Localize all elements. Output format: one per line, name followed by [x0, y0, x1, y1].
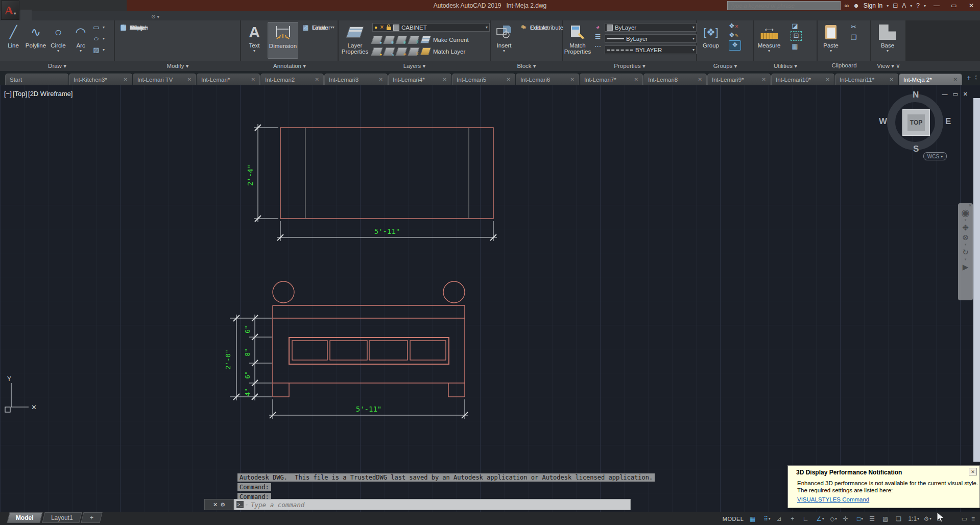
linetype-select[interactable]: BYLAYER ▾ — [605, 45, 697, 54]
file-tab[interactable]: Int-Lemari4* ✕ — [388, 74, 451, 85]
close-tab-icon[interactable]: ✕ — [187, 77, 192, 82]
select-similar-icon[interactable]: ⊡ — [791, 31, 802, 41]
make-current-icon[interactable] — [420, 36, 432, 43]
quick-select-icon[interactable]: ◪ — [791, 22, 799, 30]
clean-screen-icon[interactable]: ▭ — [962, 515, 967, 522]
workspace-switch-icon[interactable]: ⚙ ▾ — [922, 514, 934, 523]
wcs-button[interactable]: WCS ▾ — [923, 152, 947, 160]
tab-overflow-icon[interactable]: ⌄⌃ — [974, 73, 978, 83]
new-tab-button[interactable]: + — [967, 74, 971, 82]
annotation-scale-button[interactable]: 1:1 ▾ — [907, 514, 920, 523]
restore-window-icon[interactable]: ▭ — [947, 2, 961, 9]
file-tab[interactable]: Int-Lemari11* ✕ — [835, 74, 898, 85]
utilities-panel-label[interactable]: Utilities ▾ — [754, 62, 817, 69]
layer-unlock-small-icon[interactable]: ⚿ — [408, 47, 419, 56]
vertical-scrollbar[interactable] — [973, 98, 980, 462]
rectangle-button[interactable]: ▭ ▾ — [92, 22, 105, 32]
model-tab[interactable]: Model — [7, 512, 42, 523]
lineweight-icon[interactable]: ☰ ▾ — [867, 514, 879, 523]
layer-on-icon[interactable]: ● — [371, 47, 383, 56]
object-color-select[interactable]: ByLayer ▾ — [605, 23, 697, 32]
showmotion-icon[interactable]: ▶ — [963, 262, 969, 271]
file-tab[interactable]: Int-Lemari* ✕ — [197, 74, 260, 85]
file-tab[interactable]: Int-Lemari6 ✕ — [516, 74, 579, 85]
close-tab-icon[interactable]: ✕ — [315, 77, 319, 82]
group-selection-toggle-icon[interactable]: ❖ — [729, 40, 741, 51]
close-tab-icon[interactable]: ✕ — [826, 77, 830, 82]
navigation-wheel-icon[interactable]: ◉ — [961, 208, 970, 217]
close-tab-icon[interactable]: ✕ — [953, 77, 958, 82]
layer-off-icon[interactable]: ● — [371, 36, 383, 44]
ribbon-tab[interactable] — [99, 10, 110, 20]
ribbon-tab[interactable] — [43, 10, 54, 20]
make-current-button[interactable]: Make Current — [433, 37, 469, 43]
sign-in-button[interactable]: Sign In — [864, 2, 882, 9]
viewport-view-button[interactable]: [Top] — [13, 90, 27, 98]
block-panel-label[interactable]: Block ▾ — [491, 62, 562, 69]
layer-freeze-icon[interactable]: ❄ — [395, 36, 407, 44]
close-tab-icon[interactable]: ✕ — [698, 77, 702, 82]
view-panel-label[interactable]: View ▾ ∨ — [871, 62, 906, 69]
insert-block-button[interactable]: Insert ▾ — [492, 22, 516, 53]
layer-isolate-icon[interactable]: ❄ — [383, 36, 395, 44]
viewcube-south[interactable]: S — [913, 144, 919, 154]
close-tab-icon[interactable]: ✕ — [890, 77, 894, 82]
viewport-menu-button[interactable]: [−] — [4, 90, 12, 98]
layout1-tab[interactable]: Layout1 — [42, 512, 82, 523]
notification-close-icon[interactable]: ✕ — [969, 468, 977, 475]
close-tab-icon[interactable]: ✕ — [634, 77, 638, 82]
file-tab[interactable]: Int-Lemari3 ✕ — [324, 74, 388, 85]
zoom-icon[interactable]: ⊗ — [962, 233, 969, 242]
paste-button[interactable]: Paste ▾ — [820, 22, 842, 53]
text-button[interactable]: A Text ▾ — [243, 22, 266, 53]
file-tab[interactable]: Int-Lemari10* ✕ — [771, 74, 834, 85]
copy-clip-icon[interactable]: ❐ — [849, 34, 858, 41]
polar-tracking-icon[interactable]: ∠ ▾ — [814, 514, 826, 523]
file-tab[interactable]: Int-Lemari5 ✕ — [452, 74, 515, 85]
search-icon[interactable]: ∞ — [845, 2, 849, 9]
ribbon-tab[interactable] — [133, 10, 144, 20]
customize-wrench-icon[interactable]: ⚙ — [220, 502, 225, 508]
color-wheel-icon[interactable]: ◕ — [593, 23, 602, 31]
application-menu-button[interactable]: A▾ — [1, 1, 19, 20]
selection-cycling-icon[interactable]: ❏ ▾ — [894, 514, 905, 523]
cut-clip-icon[interactable]: ✂ — [849, 23, 858, 31]
minimize-window-icon[interactable]: — — [930, 2, 943, 9]
ribbon-minimize-button[interactable]: ⊙ ▾ — [151, 14, 159, 20]
chevron-down-icon[interactable]: ▾ — [965, 218, 967, 222]
close-tab-icon[interactable]: ✕ — [570, 77, 575, 82]
file-tab[interactable]: Int-Lemari TV ✕ — [133, 74, 196, 85]
infer-constraints-icon[interactable]: ⊿ ▾ — [774, 514, 786, 523]
match-layer-button[interactable]: Match Layer — [433, 49, 465, 55]
file-tab[interactable]: Int-Kitchen3* ✕ — [69, 74, 132, 85]
help-icon[interactable]: ? — [916, 2, 920, 9]
layer-lock-icon[interactable]: ⚿ — [408, 36, 419, 44]
ortho-icon[interactable]: ∟ ▾ — [801, 514, 812, 523]
circle-button[interactable]: ○ Circle ▾ — [47, 22, 69, 53]
ribbon-tab[interactable] — [32, 10, 43, 20]
viewcube[interactable]: N W E S TOP — [886, 91, 947, 152]
viewport-close-icon[interactable]: ✕ — [963, 91, 968, 98]
properties-panel-label[interactable]: Properties ▾ — [563, 62, 697, 69]
ungroup-icon[interactable]: ❖✕ — [729, 22, 737, 30]
file-tab[interactable]: Int-Lemari2 ✕ — [260, 74, 324, 85]
snap-mode-icon[interactable]: ⠿ ▾ — [761, 514, 773, 523]
modify-panel-label[interactable]: Modify ▾ — [115, 62, 241, 69]
ribbon-tab[interactable] — [122, 10, 133, 20]
file-tab[interactable]: Int-Meja 2* ✕ — [899, 74, 962, 85]
draw-panel-label[interactable]: Draw ▾ — [0, 62, 114, 69]
drawing-canvas[interactable]: 2'-4" 5'-11" — [0, 85, 980, 512]
layer-unisolate-icon[interactable]: ↘ — [383, 47, 395, 56]
autodesk-share-icon[interactable]: A — [902, 2, 906, 9]
isodraft-icon[interactable]: ◇ ▾ — [827, 514, 839, 523]
chevron-down-icon[interactable]: ▾ — [246, 503, 248, 507]
pan-icon[interactable]: ✥ — [962, 223, 969, 232]
viewport-restore-icon[interactable]: ▭ — [952, 91, 958, 98]
customization-icon[interactable]: ≡ — [971, 515, 975, 522]
base-button[interactable]: Base ▾ — [875, 22, 900, 53]
close-window-icon[interactable]: ✕ — [965, 2, 978, 9]
linetype-list-icon[interactable]: ⋯ — [593, 42, 602, 50]
chevron-down-icon[interactable]: ▾ — [887, 4, 889, 8]
chevron-down-icon[interactable]: ▾ — [965, 243, 967, 247]
close-tab-icon[interactable]: ✕ — [507, 77, 511, 82]
